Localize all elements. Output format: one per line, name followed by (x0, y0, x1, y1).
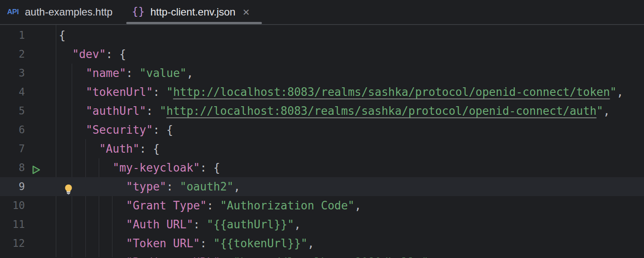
token-punct (59, 104, 86, 117)
token-key: "Auth" (99, 142, 140, 155)
token-punct: : { (106, 48, 126, 61)
code-rows: 1{2 "dev": {3 "name": "value",4 "tokenUr… (0, 26, 644, 258)
intention-bulb-icon[interactable] (64, 181, 73, 192)
gutter-icon-slot (25, 120, 56, 139)
code-line-1[interactable]: 1{ (0, 26, 644, 45)
token-str: "value" (140, 67, 187, 80)
token-punct: : (193, 218, 207, 231)
token-punct: : (153, 86, 166, 98)
token-key: "Redirect URL" (126, 256, 220, 258)
token-punct: , (617, 86, 623, 98)
token-punct: : { (153, 123, 173, 136)
token-key: "Grant Type" (126, 199, 207, 212)
token-punct: : (146, 104, 160, 117)
tab-label: http-client.env.json (150, 6, 235, 18)
code-line-6[interactable]: 6 "Security": { (0, 120, 644, 139)
token-punct (59, 123, 86, 136)
tab-auth-examples-http[interactable]: API auth-examples.http (0, 0, 125, 24)
code-text: { (56, 26, 66, 45)
code-text: "my-keycloak": { (56, 158, 220, 177)
code-line-4[interactable]: 4 "tokenUrl": "http://localhost:8083/rea… (0, 83, 644, 101)
token-punct (59, 256, 126, 258)
line-number: 7 (0, 139, 25, 158)
gutter-icon-slot (25, 158, 56, 177)
token-key: "authUrl" (86, 104, 146, 117)
line-number: 3 (0, 64, 25, 83)
code-text: "tokenUrl": "http://localhost:8083/realm… (56, 83, 623, 101)
code-line-11[interactable]: 11 "Auth URL": "{{authUrl}}", (0, 215, 644, 234)
url-link[interactable]: http://localhost:8080/hello (240, 256, 422, 258)
token-str: " (234, 256, 240, 258)
code-line-8[interactable]: 8 "my-keycloak": { (0, 158, 644, 177)
line-number: 10 (0, 196, 25, 215)
code-line-2[interactable]: 2 "dev": { (0, 45, 644, 64)
token-str: " (596, 104, 603, 117)
token-punct (59, 237, 126, 250)
gutter-icon-slot (25, 177, 56, 196)
token-key: "dev" (72, 48, 106, 61)
code-text: "dev": { (56, 45, 126, 64)
code-line-7[interactable]: 7 "Auth": { (0, 139, 644, 158)
token-key: "Auth URL" (126, 218, 194, 231)
code-line-10[interactable]: 10 "Grant Type": "Authorization Code", (0, 196, 644, 215)
code-line-9[interactable]: 9 "type": "oauth2", (0, 177, 644, 196)
token-punct (59, 142, 99, 155)
gutter-icon-slot (25, 196, 56, 215)
line-number: 4 (0, 83, 25, 101)
gutter-icon-slot (25, 139, 56, 158)
token-key: "type" (126, 180, 167, 193)
code-text: "Redirect URL": "http://localhost:8080/h… (56, 253, 428, 258)
token-punct: , (603, 104, 610, 117)
token-str: "oauth2" (180, 180, 234, 193)
url-link[interactable]: http://localhost:8083/realms/sashka/prot… (173, 86, 610, 98)
token-punct (59, 67, 86, 80)
close-tab-icon[interactable]: ✕ (242, 8, 250, 17)
code-line-5[interactable]: 5 "authUrl": "http://localhost:8083/real… (0, 101, 644, 120)
code-text: "Grant Type": "Authorization Code", (56, 196, 361, 215)
token-punct (59, 161, 112, 174)
gutter-icon-slot (25, 83, 56, 101)
code-text: "Token URL": "{{tokenUrl}}", (56, 234, 314, 253)
token-str: " (422, 256, 428, 258)
token-punct: : (166, 180, 179, 193)
token-key: "tokenUrl" (86, 86, 153, 98)
token-punct: { (59, 29, 66, 42)
token-punct (59, 48, 72, 61)
json-file-icon: {} (131, 5, 145, 19)
token-punct: : (126, 67, 140, 80)
code-text: "Auth": { (56, 139, 160, 158)
url-link[interactable]: http://localhost:8083/realms/sashka/prot… (166, 104, 596, 117)
gutter-icon-slot (25, 215, 56, 234)
token-str: " (610, 86, 617, 98)
code-line-12[interactable]: 12 "Token URL": "{{tokenUrl}}", (0, 234, 644, 253)
token-punct (59, 199, 126, 212)
code-text: "type": "oauth2", (56, 177, 240, 196)
code-editor[interactable]: 1{2 "dev": {3 "name": "value",4 "tokenUr… (0, 25, 644, 257)
line-number: 13 (0, 253, 25, 258)
gutter-icon-slot (25, 234, 56, 253)
tab-http-client-env-json[interactable]: {} http-client.env.json ✕ (125, 0, 263, 24)
token-punct: : (220, 256, 234, 258)
editor-tab-bar: API auth-examples.http {} http-client.en… (0, 0, 644, 25)
code-text: "Auth URL": "{{authUrl}}", (56, 215, 301, 234)
token-punct: , (234, 180, 240, 193)
line-number: 2 (0, 45, 25, 64)
line-number: 6 (0, 120, 25, 139)
token-punct: , (307, 237, 314, 250)
token-punct: , (294, 218, 301, 231)
code-text: "name": "value", (56, 64, 193, 83)
code-line-13[interactable]: 13 "Redirect URL": "http://localhost:808… (0, 253, 644, 258)
gutter-icon-slot (25, 64, 56, 83)
token-punct (59, 218, 126, 231)
line-number: 9 (0, 177, 25, 196)
token-key: "Token URL" (126, 237, 200, 250)
token-str: "{{authUrl}}" (207, 218, 294, 231)
run-request-icon[interactable] (30, 162, 41, 173)
token-str: "{{tokenUrl}}" (213, 237, 307, 250)
code-line-3[interactable]: 3 "name": "value", (0, 64, 644, 83)
tab-label: auth-examples.http (25, 6, 112, 18)
token-key: "Security" (86, 123, 153, 136)
token-punct: : (207, 199, 220, 212)
token-punct: : (200, 237, 213, 250)
line-number: 12 (0, 234, 25, 253)
